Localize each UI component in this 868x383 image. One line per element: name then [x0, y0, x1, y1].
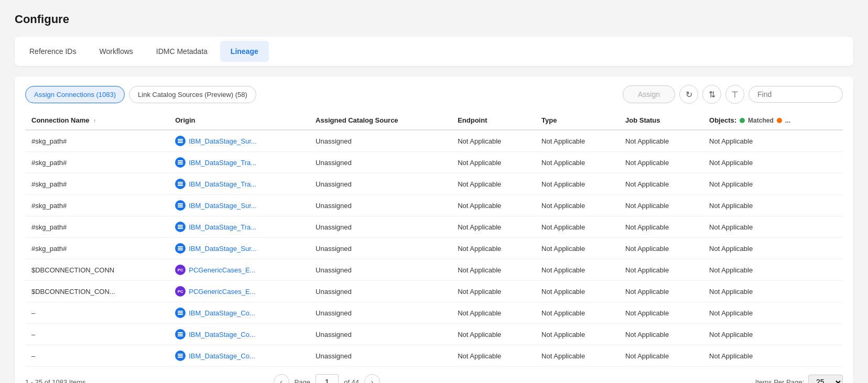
svg-rect-1 — [178, 140, 183, 141]
cell-job-status: Not Applicable — [619, 152, 703, 173]
cell-connection-name: #skg_path# — [25, 195, 169, 216]
per-page-select[interactable]: 102550100 — [808, 375, 843, 383]
cell-origin: IBM_DataStage_Tra... — [169, 152, 309, 173]
filter-button[interactable]: ⊤ — [725, 85, 744, 104]
sort-icon: ⇅ — [709, 90, 715, 100]
col-job-status: Job Status — [619, 111, 703, 130]
main-card: Assign Connections (1083) Link Catalog S… — [15, 76, 853, 383]
cell-connection-name: #skg_path# — [25, 152, 169, 173]
cell-connection-name: $DBCONNECTION_CONN — [25, 259, 169, 281]
svg-rect-21 — [178, 332, 183, 333]
cell-type: Not Applicable — [535, 195, 619, 216]
cell-origin: IBM_DataStage_Co... — [169, 324, 309, 345]
cell-origin: IBM_DataStage_Tra... — [169, 216, 309, 238]
cell-connection-name: – — [25, 302, 169, 324]
sort-asc-icon: ↑ — [93, 118, 96, 124]
svg-rect-10 — [178, 205, 183, 206]
cell-endpoint: Not Applicable — [451, 345, 535, 367]
cell-job-status: Not Applicable — [619, 195, 703, 216]
cell-type: Not Applicable — [535, 130, 619, 152]
tab-idmc-metadata[interactable]: IDMC Metadata — [146, 41, 218, 62]
origin-link[interactable]: IBM_DataStage_Tra... — [189, 223, 256, 231]
items-summary: 1 - 25 of 1083 Items — [25, 378, 86, 384]
cell-job-status: Not Applicable — [619, 324, 703, 345]
chevron-right-icon: › — [371, 378, 374, 383]
cell-assigned: Unassigned — [309, 345, 451, 367]
items-per-page-label: Items Per Page: — [755, 378, 804, 384]
table-row: #skg_path# IBM_DataStage_Sur... Unassign… — [25, 238, 843, 259]
origin-link[interactable]: IBM_DataStage_Co... — [189, 309, 255, 317]
origin-icon-ibm — [175, 351, 186, 361]
origin-icon-ibm — [175, 136, 186, 146]
cell-endpoint: Not Applicable — [451, 130, 535, 152]
cell-objects: Not Applicable — [703, 302, 843, 324]
cell-type: Not Applicable — [535, 281, 619, 302]
prev-page-button[interactable]: ‹ — [274, 374, 289, 383]
svg-rect-16 — [178, 248, 183, 249]
cell-endpoint: Not Applicable — [451, 195, 535, 216]
origin-link[interactable]: PCGenericCases_E... — [189, 266, 255, 274]
svg-rect-20 — [178, 314, 183, 315]
matched-dot-green — [740, 118, 745, 123]
subtab-assign-connections[interactable]: Assign Connections (1083) — [25, 86, 125, 103]
cell-assigned: Unassigned — [309, 259, 451, 281]
page-input[interactable] — [316, 374, 339, 383]
table-row: #skg_path# IBM_DataStage_Tra... Unassign… — [25, 152, 843, 173]
origin-icon-pc: PC — [175, 265, 186, 275]
cell-type: Not Applicable — [535, 345, 619, 367]
origin-icon-ibm — [175, 179, 186, 189]
cell-connection-name: – — [25, 324, 169, 345]
refresh-icon: ↻ — [686, 90, 692, 100]
cell-origin: IBM_DataStage_Co... — [169, 302, 309, 324]
svg-rect-17 — [178, 249, 183, 250]
cell-assigned: Unassigned — [309, 324, 451, 345]
sort-button[interactable]: ⇅ — [702, 85, 721, 104]
cell-assigned: Unassigned — [309, 238, 451, 259]
origin-link[interactable]: IBM_DataStage_Sur... — [189, 202, 256, 210]
assign-button[interactable]: Assign — [623, 85, 675, 103]
table-row: $DBCONNECTION_CONN PC PCGenericCases_E..… — [25, 259, 843, 281]
page-label: Page — [295, 378, 310, 384]
filter-icon: ⊤ — [731, 90, 739, 100]
cell-type: Not Applicable — [535, 216, 619, 238]
cell-origin: PC PCGenericCases_E... — [169, 259, 309, 281]
svg-rect-26 — [178, 357, 183, 358]
origin-icon-ibm — [175, 222, 186, 232]
origin-icon-ibm — [175, 200, 186, 211]
origin-link[interactable]: PCGenericCases_E... — [189, 288, 255, 296]
svg-rect-14 — [178, 228, 183, 229]
origin-link[interactable]: IBM_DataStage_Sur... — [189, 137, 256, 145]
table-row: – IBM_DataStage_Co... Unassigned Not App… — [25, 302, 843, 324]
toolbar: Assign Connections (1083) Link Catalog S… — [25, 85, 843, 104]
cell-endpoint: Not Applicable — [451, 259, 535, 281]
tab-lineage[interactable]: Lineage — [220, 41, 269, 62]
cell-objects: Not Applicable — [703, 152, 843, 173]
cell-connection-name: #skg_path# — [25, 173, 169, 195]
subtab-link-catalog-sources[interactable]: Link Catalog Sources (Preview) (58) — [129, 86, 256, 103]
tab-reference-ids[interactable]: Reference IDs — [19, 41, 86, 62]
find-input[interactable] — [748, 86, 843, 103]
col-connection-name: Connection Name ↑ — [25, 111, 169, 130]
table-row: #skg_path# IBM_DataStage_Tra... Unassign… — [25, 173, 843, 195]
refresh-button[interactable]: ↻ — [679, 85, 698, 104]
origin-link[interactable]: IBM_DataStage_Sur... — [189, 245, 256, 253]
next-page-button[interactable]: › — [364, 374, 380, 383]
origin-link[interactable]: IBM_DataStage_Co... — [189, 352, 255, 360]
svg-rect-19 — [178, 312, 183, 313]
cell-job-status: Not Applicable — [619, 238, 703, 259]
cell-connection-name: #skg_path# — [25, 238, 169, 259]
cell-assigned: Unassigned — [309, 216, 451, 238]
tab-workflows[interactable]: Workflows — [89, 41, 143, 62]
cell-job-status: Not Applicable — [619, 281, 703, 302]
cell-origin: IBM_DataStage_Sur... — [169, 195, 309, 216]
origin-link[interactable]: IBM_DataStage_Tra... — [189, 180, 256, 188]
svg-rect-6 — [178, 182, 183, 183]
svg-rect-7 — [178, 183, 183, 184]
cell-connection-name: – — [25, 345, 169, 367]
svg-rect-4 — [178, 162, 183, 163]
chevron-left-icon: ‹ — [280, 378, 283, 383]
table-row: $DBCONNECTION_CON... PC PCGenericCases_E… — [25, 281, 843, 302]
origin-link[interactable]: IBM_DataStage_Co... — [189, 331, 255, 338]
cell-objects: Not Applicable — [703, 281, 843, 302]
origin-link[interactable]: IBM_DataStage_Tra... — [189, 159, 256, 167]
